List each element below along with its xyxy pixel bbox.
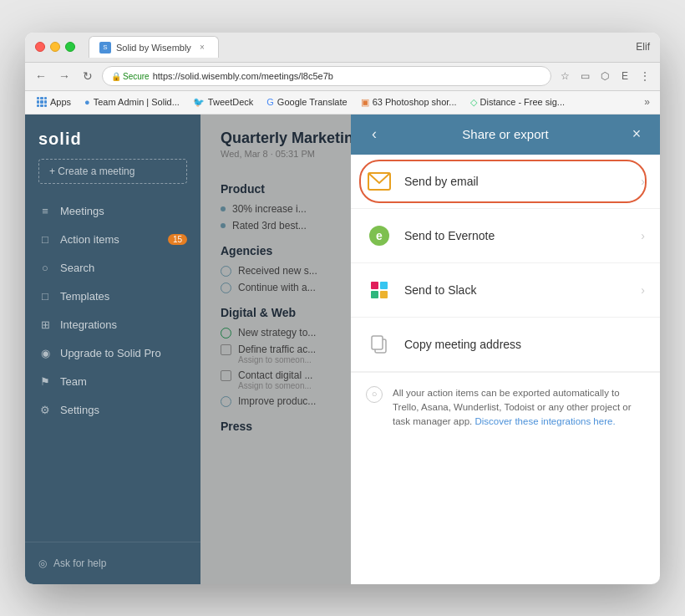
secure-badge: 🔒 Secure (111, 72, 150, 81)
bookmark-tweetdeck-label: TweetDeck (208, 97, 253, 107)
sidebar-item-meetings-label: Meetings (60, 205, 104, 217)
modal-header: ‹ Share or export × (351, 115, 660, 155)
share-option-copy[interactable]: Copy meeting address (351, 318, 660, 372)
sidebar-item-upgrade-label: Upgrade to Solid Pro (60, 347, 161, 359)
evernote-logo: e (369, 226, 389, 246)
minimize-traffic-light[interactable] (50, 42, 60, 52)
profile-icon[interactable]: E (616, 68, 633, 84)
traffic-lights (35, 42, 75, 52)
close-traffic-light[interactable] (35, 42, 45, 52)
tab-title: Solid by Wisembly (116, 43, 191, 53)
sidebar: solid + Create a meeting ≡ Meetings □ Ac… (25, 115, 200, 584)
sidebar-item-templates-label: Templates (60, 290, 109, 303)
maximize-traffic-light[interactable] (65, 42, 75, 52)
sidebar-item-meetings[interactable]: ≡ Meetings (25, 197, 200, 226)
chevron-right-icon: › (641, 229, 645, 242)
apps-icon (37, 97, 47, 107)
sidebar-item-templates[interactable]: □ Templates (25, 283, 200, 311)
sidebar-nav: ≡ Meetings □ Action items 15 ○ Search □ … (25, 197, 200, 542)
address-input[interactable]: 🔒 Secure https://solid.wisembly.com/meet… (102, 66, 551, 86)
modal-panel: ‹ Share or export × Send (351, 115, 660, 584)
ask-for-help-btn[interactable]: ◎ Ask for help (38, 552, 187, 574)
share-option-slack[interactable]: Send to Slack › (351, 263, 660, 318)
sidebar-item-upgrade[interactable]: ◉ Upgrade to Solid Pro (25, 339, 200, 368)
bookmark-translate[interactable]: G Google Translate (261, 95, 352, 109)
tab-favicon: S (99, 42, 111, 53)
bookmark-teamadmin-icon: ● (84, 97, 90, 107)
svg-rect-2 (372, 336, 383, 349)
action-items-badge: 15 (168, 234, 187, 245)
tip-icon: ○ (366, 386, 383, 403)
create-meeting-label: + Create a meeting (49, 165, 134, 177)
forward-button[interactable]: → (55, 67, 74, 85)
title-bar: S Solid by Wisembly × Elif (25, 33, 660, 63)
sidebar-item-team-label: Team (60, 375, 87, 388)
action-items-icon: □ (38, 233, 52, 247)
templates-icon: □ (38, 290, 52, 303)
sidebar-item-integrations-label: Integrations (60, 318, 117, 331)
reload-button[interactable]: ↻ (79, 67, 97, 85)
back-button[interactable]: ← (32, 67, 50, 85)
logo-text: solid (38, 130, 82, 148)
tab-close-btn[interactable]: × (196, 42, 208, 53)
chevron-right-icon: › (641, 283, 645, 297)
sidebar-item-action-items[interactable]: □ Action items 15 (25, 226, 200, 254)
settings-icon: ⚙ (38, 404, 52, 417)
upgrade-icon: ◉ (38, 347, 52, 360)
share-option-copy-label: Copy meeting address (404, 338, 645, 351)
ask-help-icon: ◎ (38, 557, 47, 569)
bookmarks-bar: Apps ● Team Admin | Solid... 🐦 TweetDeck… (25, 91, 660, 115)
bookmark-distance-label: Distance - Free sig... (480, 97, 565, 107)
create-meeting-btn[interactable]: + Create a meeting (38, 159, 187, 184)
browser-tab[interactable]: S Solid by Wisembly × (89, 36, 219, 58)
bookmark-translate-icon: G (266, 97, 274, 107)
extensions-icon[interactable]: ⬡ (596, 68, 613, 84)
sidebar-item-action-items-label: Action items (60, 233, 119, 246)
copy-icon (366, 331, 393, 358)
share-option-evernote-label: Send to Evernote (404, 229, 641, 242)
team-icon: ⚑ (38, 375, 52, 389)
bookmarks-overflow-btn[interactable]: » (641, 96, 653, 108)
url-text: https://solid.wisembly.com/meetings/l8c5… (153, 71, 333, 81)
sidebar-footer: ◎ Ask for help (25, 542, 200, 584)
bookmark-distance[interactable]: ◇ Distance - Free sig... (465, 95, 570, 109)
browser-content: solid + Create a meeting ≡ Meetings □ Ac… (25, 115, 660, 584)
main-area: Quarterly Marketin... Wed, Mar 8 · 05:31… (200, 115, 660, 584)
bookmark-tweetdeck[interactable]: 🐦 TweetDeck (188, 95, 258, 109)
email-icon (366, 168, 393, 195)
integrations-icon: ⊞ (38, 318, 52, 332)
slack-icon (366, 277, 393, 303)
modal-back-btn[interactable]: ‹ (364, 125, 384, 143)
bookmark-tweetdeck-icon: 🐦 (193, 97, 205, 108)
bookmark-photoshop[interactable]: ▣ 63 Photoshop shor... (356, 95, 462, 109)
sidebar-item-integrations[interactable]: ⊞ Integrations (25, 311, 200, 339)
modal-close-btn[interactable]: × (627, 125, 647, 143)
cast-icon[interactable]: ▭ (576, 68, 593, 84)
browser-window: S Solid by Wisembly × Elif ← → ↻ 🔒 Secur… (25, 33, 660, 584)
share-option-evernote[interactable]: e Send to Evernote › (351, 209, 660, 263)
menu-icon[interactable]: ⋮ (637, 68, 653, 84)
modal-title: Share or export (384, 127, 627, 141)
sidebar-logo: solid (25, 115, 200, 159)
info-link[interactable]: Discover these integrations here. (474, 416, 615, 426)
bookmark-star-icon[interactable]: ☆ (556, 68, 573, 84)
chevron-right-icon: › (641, 175, 645, 188)
slack-logo (371, 282, 388, 298)
bookmark-teamadmin[interactable]: ● Team Admin | Solid... (79, 95, 185, 109)
user-label: Elif (636, 41, 650, 53)
search-icon: ○ (38, 262, 52, 275)
modal-body: Send by email › e Send to Evernote › (351, 155, 660, 584)
bookmark-photoshop-label: 63 Photoshop shor... (373, 97, 457, 107)
evernote-icon: e (366, 222, 393, 249)
sidebar-item-settings-label: Settings (60, 404, 99, 416)
address-icons: ☆ ▭ ⬡ E ⋮ (556, 68, 653, 84)
tab-bar: S Solid by Wisembly × (89, 36, 650, 58)
bookmark-teamadmin-label: Team Admin | Solid... (94, 97, 180, 107)
sidebar-item-search-label: Search (60, 262, 94, 274)
bookmark-apps[interactable]: Apps (32, 95, 76, 109)
share-option-email[interactable]: Send by email › (351, 155, 660, 209)
sidebar-item-search[interactable]: ○ Search (25, 254, 200, 283)
sidebar-item-team[interactable]: ⚑ Team (25, 368, 200, 396)
bookmark-distance-icon: ◇ (470, 97, 477, 108)
sidebar-item-settings[interactable]: ⚙ Settings (25, 396, 200, 425)
